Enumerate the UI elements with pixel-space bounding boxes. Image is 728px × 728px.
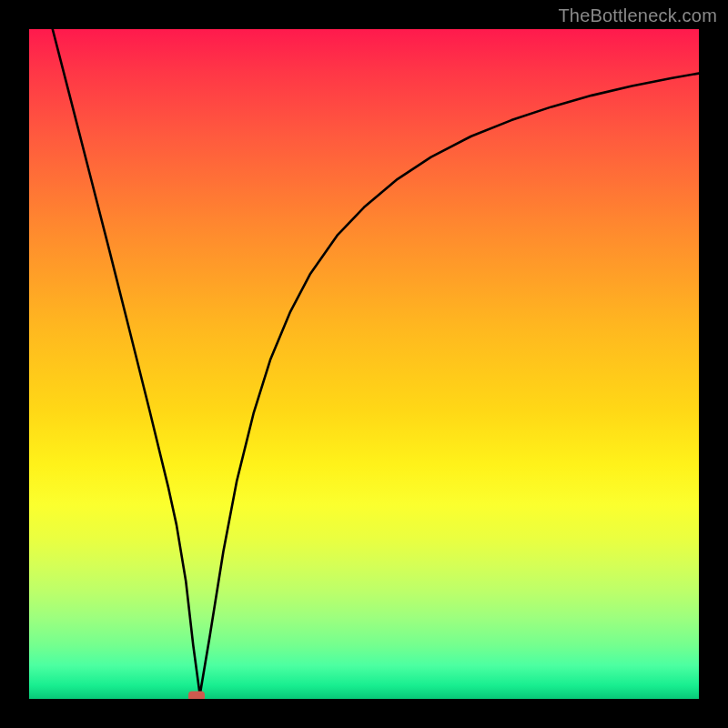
plot-area: [29, 29, 699, 699]
chart-frame: TheBottleneck.com: [0, 0, 728, 728]
min-marker: [188, 692, 205, 699]
bottleneck-curve: [53, 29, 699, 695]
plot-svg: [29, 29, 699, 699]
watermark-text: TheBottleneck.com: [558, 5, 717, 26]
